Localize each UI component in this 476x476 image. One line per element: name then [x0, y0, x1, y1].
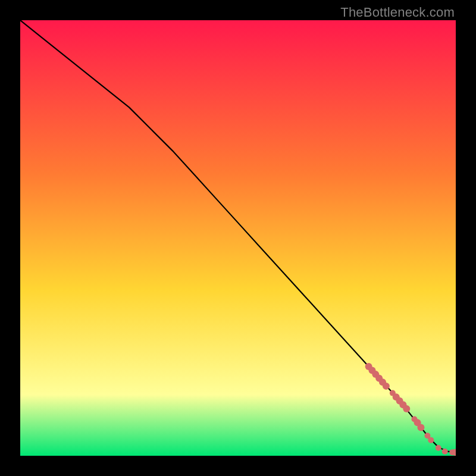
chart-frame: [20, 20, 456, 456]
data-marker: [417, 424, 424, 431]
chart-svg: [20, 20, 456, 456]
watermark-text: TheBottleneck.com: [340, 5, 455, 20]
data-marker: [428, 437, 434, 443]
data-marker: [436, 445, 441, 451]
data-marker: [442, 449, 448, 455]
data-marker: [383, 383, 390, 390]
data-marker: [403, 405, 410, 412]
